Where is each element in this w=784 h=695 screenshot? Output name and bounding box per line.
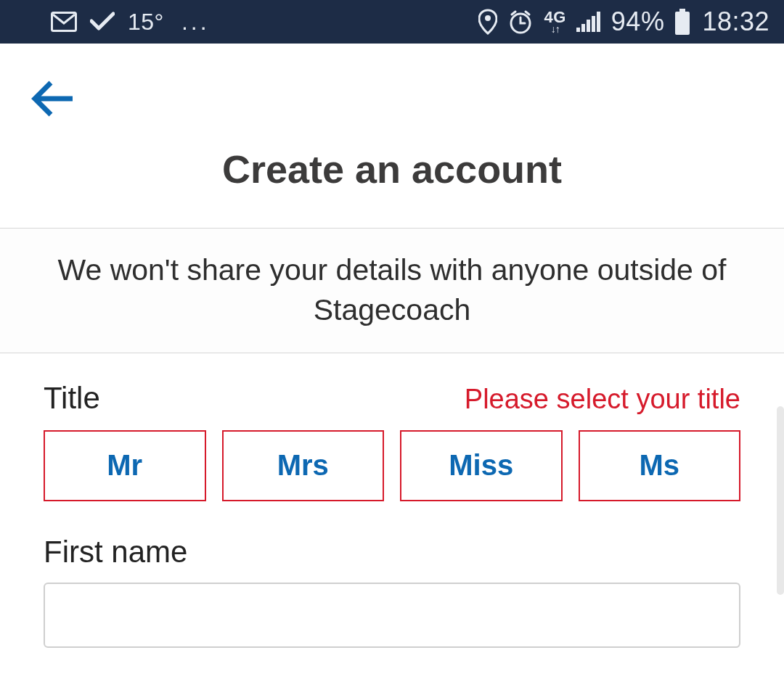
title-option-mrs[interactable]: Mrs — [222, 430, 385, 501]
network-type-indicator: 4G ↓↑ — [544, 10, 565, 33]
status-right-group: 4G ↓↑ 94% 18:32 — [478, 7, 769, 37]
first-name-field: First name — [44, 535, 740, 648]
app-header — [0, 44, 784, 139]
title-options: Mr Mrs Miss Ms — [44, 430, 740, 501]
svg-rect-3 — [576, 28, 580, 32]
more-notifications-icon: ... — [177, 9, 210, 36]
svg-point-1 — [485, 15, 491, 21]
battery-percent: 94% — [611, 7, 665, 37]
location-icon — [478, 9, 497, 35]
clock: 18:32 — [701, 7, 769, 37]
first-name-label: First name — [44, 535, 740, 569]
mail-icon — [51, 12, 77, 32]
title-option-miss[interactable]: Miss — [400, 430, 563, 501]
alarm-icon — [507, 9, 534, 35]
svg-rect-6 — [592, 16, 595, 32]
create-account-form: Title Please select your title Mr Mrs Mi… — [0, 353, 784, 648]
svg-rect-8 — [679, 9, 685, 12]
battery-icon — [674, 9, 690, 35]
svg-rect-4 — [581, 24, 585, 32]
svg-rect-9 — [675, 12, 690, 35]
network-activity-arrows: ↓↑ — [551, 25, 560, 34]
android-status-bar: 15° ... 4G ↓↑ 94% 18:32 — [0, 0, 784, 44]
title-error: Please select your title — [465, 384, 740, 415]
privacy-info-banner: We won't share your details with anyone … — [0, 228, 784, 353]
svg-rect-7 — [597, 12, 600, 32]
page-title: Create an account — [0, 139, 784, 228]
first-name-input[interactable] — [44, 583, 740, 648]
title-label: Title — [44, 381, 100, 416]
title-option-mr[interactable]: Mr — [44, 430, 206, 501]
signal-icon — [576, 12, 601, 32]
network-type-label: 4G — [544, 10, 565, 25]
back-arrow-icon — [29, 78, 75, 119]
checkmark-icon — [90, 11, 115, 33]
temperature-indicator: 15° — [128, 9, 164, 36]
title-option-ms[interactable]: Ms — [579, 430, 741, 501]
status-left-group: 15° ... — [51, 9, 210, 36]
title-field-header: Title Please select your title — [44, 381, 740, 416]
scrollbar-thumb[interactable] — [777, 406, 784, 595]
svg-rect-5 — [587, 20, 590, 32]
back-button[interactable] — [26, 73, 78, 125]
